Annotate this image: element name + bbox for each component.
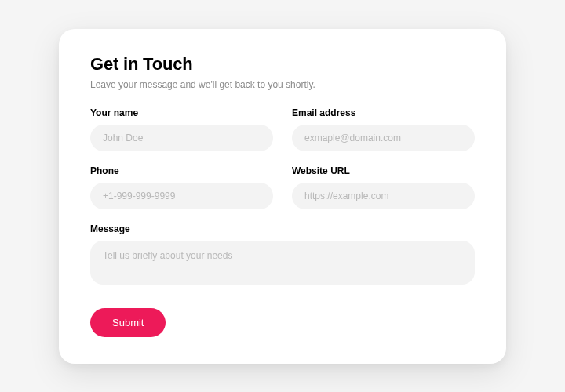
form-heading: Get in Touch — [90, 54, 475, 74]
phone-label: Phone — [90, 165, 273, 176]
phone-field-group: Phone — [90, 165, 273, 209]
website-input[interactable] — [292, 183, 475, 209]
contact-form-card: Get in Touch Leave your message and we'l… — [59, 29, 506, 364]
email-field-group: Email address — [292, 107, 475, 151]
message-label: Message — [90, 223, 475, 234]
message-textarea[interactable] — [90, 241, 475, 285]
name-input[interactable] — [90, 125, 273, 151]
form-subheading: Leave your message and we'll get back to… — [90, 79, 475, 90]
phone-input[interactable] — [90, 183, 273, 209]
website-label: Website URL — [292, 165, 475, 176]
website-field-group: Website URL — [292, 165, 475, 209]
name-label: Your name — [90, 107, 273, 118]
submit-button[interactable]: Submit — [90, 308, 166, 337]
name-field-group: Your name — [90, 107, 273, 151]
email-input[interactable] — [292, 125, 475, 151]
email-label: Email address — [292, 107, 475, 118]
message-field-group: Message — [90, 223, 475, 285]
form-row-3: Message — [90, 223, 475, 285]
form-row-2: Phone Website URL — [90, 165, 475, 209]
form-row-1: Your name Email address — [90, 107, 475, 151]
